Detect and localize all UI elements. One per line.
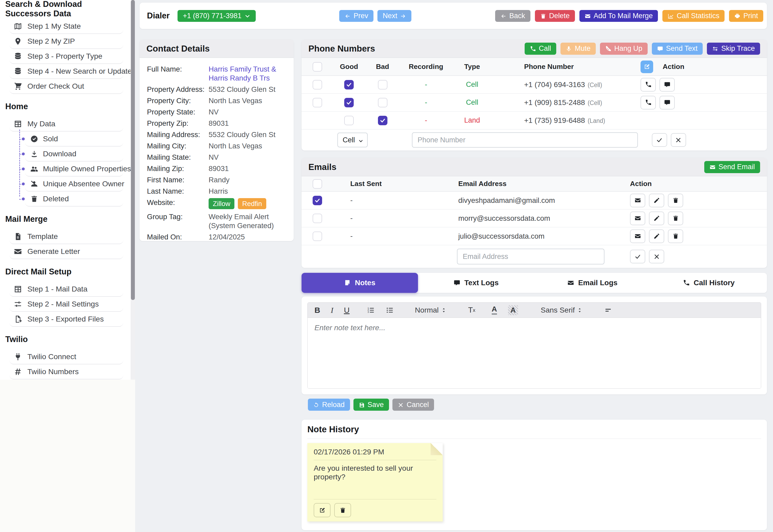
sidebar-item-step2-my-zip[interactable]: Step 2 My ZIP xyxy=(9,34,123,49)
reload-button[interactable]: Reload xyxy=(308,399,350,411)
database-icon xyxy=(14,67,22,76)
tab-email-logs[interactable]: Email Logs xyxy=(534,273,651,293)
delete-note-button[interactable] xyxy=(334,503,351,517)
sidebar-item-deleted[interactable]: Deleted xyxy=(25,192,123,207)
text-color-button[interactable]: A xyxy=(492,305,497,315)
edit-email-button[interactable] xyxy=(649,194,664,207)
highlight-color-button[interactable]: A xyxy=(508,305,518,315)
redfin-badge[interactable]: Redfin xyxy=(238,198,266,209)
new-phone-input[interactable] xyxy=(412,132,638,148)
confirm-add-email-button[interactable] xyxy=(630,250,645,263)
back-button[interactable]: Back xyxy=(495,10,530,22)
delete-button[interactable]: Delete xyxy=(535,10,575,22)
good-checkbox[interactable] xyxy=(344,98,354,107)
sidebar-scrollbar-thumb[interactable] xyxy=(131,0,135,300)
confirm-add-phone-button[interactable] xyxy=(652,133,667,147)
phone-row-checkbox[interactable] xyxy=(313,98,322,107)
bad-checkbox[interactable] xyxy=(378,98,387,107)
phone-type-select[interactable]: Cell xyxy=(337,133,368,147)
phone-select-all-checkbox[interactable] xyxy=(313,62,322,72)
phone-row-checkbox[interactable] xyxy=(313,80,322,89)
sidebar-item-step4-new-search[interactable]: Step 4 - New Search or Updates xyxy=(9,64,123,79)
sidebar-scrollbar[interactable] xyxy=(131,0,135,380)
sidebar-item-template[interactable]: Template xyxy=(9,229,123,244)
text-number-button[interactable] xyxy=(660,96,675,109)
tab-notes[interactable]: Notes xyxy=(302,273,418,293)
zillow-badge[interactable]: Zillow xyxy=(209,198,235,209)
full-name-link[interactable]: Harris Family Trust & Harris Randy B Trs xyxy=(209,65,287,83)
text-number-button[interactable] xyxy=(660,78,675,92)
email-row-checkbox[interactable] xyxy=(313,196,322,205)
call-number-button[interactable] xyxy=(641,78,656,92)
cancel-add-email-button[interactable] xyxy=(649,250,664,263)
chart-line-icon xyxy=(668,13,674,19)
sidebar-item-step3-exported-files[interactable]: Step 3 - Exported Files xyxy=(9,312,123,327)
sidebar-item-label: Download xyxy=(43,149,76,158)
note-text-area[interactable]: Enter note text here... xyxy=(308,318,761,388)
email-row-checkbox[interactable] xyxy=(313,214,322,223)
sidebar-item-twilio-connect[interactable]: Twilio Connect xyxy=(9,349,123,364)
new-email-input[interactable] xyxy=(457,249,605,264)
sidebar-item-step2-mail-settings[interactable]: Step 2 - Mail Settings xyxy=(9,297,123,312)
cancel-add-phone-button[interactable] xyxy=(671,133,686,147)
good-checkbox[interactable] xyxy=(344,116,354,125)
prev-button[interactable]: Prev xyxy=(339,10,373,22)
paragraph-format-select[interactable]: Normal xyxy=(415,306,447,314)
ordered-list-button[interactable]: 123 xyxy=(367,306,375,314)
clear-formatting-button[interactable]: Tx xyxy=(468,306,475,314)
send-to-email-button[interactable] xyxy=(630,194,645,207)
font-family-select[interactable]: Sans Serif xyxy=(541,306,583,314)
print-button[interactable]: Print xyxy=(729,10,763,22)
send-email-button[interactable]: Send Email xyxy=(704,161,760,173)
delete-email-button[interactable] xyxy=(668,212,683,225)
hang-up-button[interactable]: Hang Up xyxy=(600,43,648,55)
delete-email-button[interactable] xyxy=(668,229,683,243)
dialer-number-dropdown[interactable]: +1 (870) 771-3981 xyxy=(177,10,256,22)
bad-checkbox[interactable] xyxy=(378,80,387,89)
sidebar-item-twilio-numbers[interactable]: Twilio Numbers xyxy=(9,364,123,379)
tab-text-logs[interactable]: Text Logs xyxy=(418,273,534,293)
sidebar-item-download[interactable]: Download xyxy=(25,147,123,162)
align-button[interactable] xyxy=(604,306,612,314)
send-text-button[interactable]: Send Text xyxy=(652,43,703,55)
sidebar-item-sold[interactable]: Sold xyxy=(25,132,123,147)
sidebar-item-step1-mail-data[interactable]: Step 1 - Mail Data xyxy=(9,282,123,297)
bad-checkbox[interactable] xyxy=(378,116,387,125)
bullet-list-button[interactable] xyxy=(386,306,394,314)
envelope-icon xyxy=(635,233,641,239)
contact-row: Mailing Zip: 89031 xyxy=(147,164,287,173)
save-button[interactable]: Save xyxy=(353,399,389,411)
sidebar-item-order-check-out[interactable]: Order Check Out xyxy=(9,79,123,94)
call-statistics-button[interactable]: Call Statistics xyxy=(662,10,725,22)
call-number-button[interactable] xyxy=(641,96,656,109)
sidebar-item-multiple-owned[interactable]: Multiple Owned Properties xyxy=(25,162,123,177)
call-button[interactable]: Call xyxy=(525,43,556,55)
skip-trace-button[interactable]: Skip Trace xyxy=(707,43,760,55)
send-to-email-button[interactable] xyxy=(630,212,645,225)
edit-phones-button[interactable] xyxy=(641,61,653,73)
sidebar-item-step3-property-type[interactable]: Step 3 - Property Type xyxy=(9,49,123,64)
email-select-all-checkbox[interactable] xyxy=(313,179,322,189)
cancel-button[interactable]: Cancel xyxy=(392,399,434,411)
sidebar-item-unique-absentee[interactable]: Unique Absentee Owner xyxy=(25,177,123,192)
database-icon xyxy=(14,52,22,61)
sidebar-item-label: Twilio Numbers xyxy=(27,367,79,376)
edit-email-button[interactable] xyxy=(649,212,664,225)
delete-email-button[interactable] xyxy=(668,194,683,207)
tab-call-history[interactable]: Call History xyxy=(651,273,767,293)
bold-button[interactable]: B xyxy=(315,306,320,315)
sidebar-item-my-data[interactable]: My Data xyxy=(9,117,123,132)
add-to-mail-merge-button[interactable]: Add To Mail Merge xyxy=(579,10,658,22)
underline-button[interactable]: U xyxy=(344,306,350,315)
sidebar-item-generate-letter[interactable]: Generate Letter xyxy=(9,244,123,259)
italic-button[interactable]: I xyxy=(331,306,333,315)
send-to-email-button[interactable] xyxy=(630,229,645,243)
sidebar-item-step1-my-state[interactable]: Step 1 My State xyxy=(9,19,123,34)
edit-note-button[interactable] xyxy=(314,503,331,517)
good-checkbox[interactable] xyxy=(344,80,354,89)
email-row-checkbox[interactable] xyxy=(313,232,322,241)
mute-button[interactable]: Mute xyxy=(560,43,596,55)
x-icon xyxy=(654,253,660,260)
next-button[interactable]: Next xyxy=(377,10,412,22)
edit-email-button[interactable] xyxy=(649,229,664,243)
